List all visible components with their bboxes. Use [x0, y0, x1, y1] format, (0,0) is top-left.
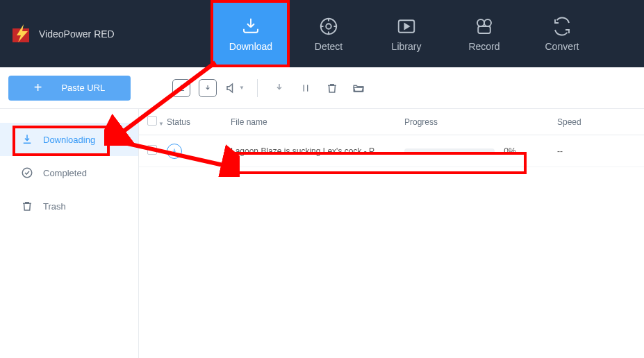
sidebar: Downloading Completed Trash [0, 109, 139, 358]
logo-area: VideoPower RED [0, 23, 212, 45]
download-all-button[interactable] [199, 79, 217, 97]
speaker-icon [225, 82, 238, 94]
batch-download-icon [176, 83, 186, 93]
progress-bar [404, 148, 495, 154]
main-body: Downloading Completed Trash ▼ Status Fil… [0, 109, 644, 358]
start-download-icon [273, 82, 286, 94]
app-title: VideoPower RED [39, 28, 115, 40]
pause-button[interactable] [297, 79, 315, 97]
svg-point-3 [326, 24, 331, 29]
downloading-icon [21, 133, 33, 146]
download-arrow-icon [203, 83, 213, 93]
tab-convert[interactable]: Convert [523, 0, 601, 67]
volume-button[interactable]: ▼ [225, 79, 245, 97]
trash-sidebar-icon [21, 200, 33, 212]
toolbar: + Paste URL ▼ [0, 67, 644, 109]
row-filename: Lagoon Blaze is sucking Lex's cock - P..… [231, 146, 404, 156]
svg-point-11 [22, 168, 32, 178]
table-row[interactable]: Lagoon Blaze is sucking Lex's cock - P..… [139, 135, 644, 167]
tab-record[interactable]: Record [445, 0, 523, 67]
nav-tabs: Download Detect Library Record Convert [212, 0, 601, 67]
svg-marker-5 [405, 24, 409, 29]
sidebar-item-completed[interactable]: Completed [0, 156, 138, 189]
tab-download[interactable]: Download [212, 0, 290, 67]
completed-icon [21, 167, 33, 179]
library-icon [396, 16, 417, 37]
trash-icon [326, 82, 338, 94]
select-all-checkbox[interactable] [147, 116, 157, 126]
start-button[interactable] [270, 79, 288, 97]
sidebar-item-trash[interactable]: Trash [0, 189, 138, 223]
record-icon [474, 16, 495, 37]
tab-detect[interactable]: Detect [290, 0, 368, 67]
row-progress: 0% [404, 146, 557, 156]
progress-percent: 0% [504, 146, 515, 156]
content-area: ▼ Status File name Progress Speed Lagoon… [139, 109, 644, 358]
sidebar-item-downloading[interactable]: Downloading [0, 123, 138, 156]
svg-point-6 [477, 19, 484, 26]
delete-button[interactable] [323, 79, 341, 97]
open-folder-button[interactable] [349, 79, 368, 97]
sort-caret-icon[interactable]: ▼ [158, 121, 164, 127]
row-status-downloading-icon [167, 144, 182, 159]
folder-open-icon [352, 82, 365, 94]
app-header: VideoPower RED Download Detect Library R… [0, 0, 644, 67]
paste-url-button[interactable]: + Paste URL [8, 76, 131, 101]
app-logo-icon [11, 23, 33, 45]
divider [257, 79, 258, 97]
row-speed: -- [557, 146, 627, 156]
toolbar-icons: ▼ [172, 79, 368, 97]
svg-point-7 [484, 19, 491, 26]
col-header-speed: Speed [557, 117, 627, 127]
pause-icon [300, 83, 311, 94]
detect-icon [318, 16, 339, 37]
convert-icon [552, 16, 572, 37]
download-icon [240, 16, 261, 37]
tab-library[interactable]: Library [368, 0, 445, 67]
col-header-progress: Progress [404, 117, 557, 127]
table-header: ▼ Status File name Progress Speed [139, 109, 644, 135]
col-header-filename: File name [231, 117, 404, 127]
plus-icon: + [34, 80, 42, 96]
batch-download-button[interactable] [172, 79, 190, 97]
dropdown-caret-icon: ▼ [239, 85, 245, 91]
svg-rect-8 [478, 26, 490, 33]
row-checkbox[interactable] [147, 145, 157, 155]
col-header-status: Status [167, 117, 231, 127]
